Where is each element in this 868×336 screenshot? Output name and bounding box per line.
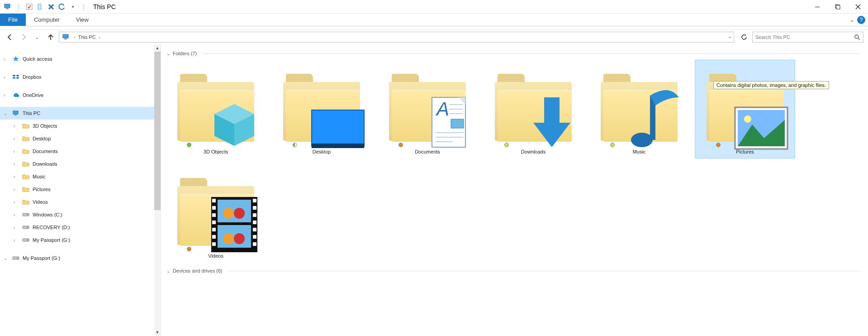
svg-rect-11 [14, 115, 17, 115]
minimize-button[interactable] [807, 0, 827, 14]
tree-label: OneDrive [23, 92, 43, 98]
folder-tile-desktop[interactable]: Desktop [271, 60, 372, 158]
nav-tree: › Quick access › Dropbox › OneDrive ⌄ Th… [0, 44, 161, 264]
recent-locations-dropdown[interactable]: ⌄ [32, 32, 43, 43]
tree-label: 3D Objects [33, 123, 57, 129]
qat-dropdown-icon[interactable]: ▾ [68, 2, 78, 12]
tree-item[interactable]: ›Music [0, 170, 161, 183]
tree-label: Desktop [33, 136, 51, 141]
svg-rect-23 [312, 110, 364, 146]
svg-rect-63 [253, 242, 256, 246]
tree-item[interactable]: ›Windows (C:) [0, 208, 161, 221]
nav-scrollbar[interactable]: ▲ ▼ [154, 44, 161, 336]
tree-item[interactable]: ›3D Objects [0, 120, 161, 132]
drive-icon [22, 236, 30, 244]
tree-item[interactable]: ›Pictures [0, 183, 161, 196]
explorer-body: › Quick access › Dropbox › OneDrive ⌄ Th… [0, 44, 868, 336]
svg-rect-50 [212, 199, 216, 202]
ribbon-bottom-rule [0, 26, 868, 30]
tree-label: Videos [33, 199, 47, 205]
svg-point-9 [855, 35, 859, 38]
refresh-button[interactable] [739, 32, 749, 43]
tree-item-dropbox[interactable]: › Dropbox [0, 71, 161, 83]
folder-icon [22, 147, 30, 155]
tree-item[interactable]: ›RECOVERY (D:) [0, 221, 161, 234]
tree-item-quick-access[interactable]: › Quick access [0, 53, 161, 65]
tree-item[interactable]: ›Documents [0, 145, 161, 158]
chevron-right-icon[interactable]: › [73, 34, 76, 40]
search-icon[interactable] [854, 34, 860, 40]
forward-button[interactable] [18, 32, 29, 43]
sync-status-icon [504, 143, 509, 147]
title-bar: | ▾ | This PC [0, 0, 868, 14]
folder-tile-downloads[interactable]: Downloads [483, 60, 583, 158]
tab-computer[interactable]: Computer [26, 14, 68, 26]
back-button[interactable] [5, 32, 15, 43]
drive-icon [22, 211, 30, 219]
folder-tile-music[interactable]: Music [589, 60, 689, 158]
content-pane: ⌄ Folders (7) 3D ObjectsDesktopADocument… [161, 44, 868, 336]
svg-rect-24 [312, 144, 364, 148]
group-header-folders[interactable]: ⌄ Folders (7) [166, 51, 859, 56]
search-box[interactable] [752, 32, 863, 43]
properties-icon[interactable] [24, 2, 34, 12]
undo-icon[interactable] [57, 2, 67, 12]
svg-point-15 [27, 227, 28, 228]
svg-rect-52 [212, 213, 216, 217]
address-bar[interactable]: › This PC › ⌄ [59, 32, 734, 43]
tab-view[interactable]: View [68, 14, 97, 26]
up-button[interactable] [45, 32, 56, 43]
ribbon-collapse-icon[interactable]: ⌄ [850, 17, 854, 23]
svg-marker-36 [533, 123, 570, 147]
tree-item-this-pc[interactable]: ⌄ This PC [0, 107, 161, 120]
address-history-dropdown[interactable]: ⌄ [728, 34, 732, 39]
maximize-button[interactable] [827, 0, 848, 14]
tree-item[interactable]: ›My Passport (G:) [0, 234, 161, 246]
breadcrumb-this-pc[interactable]: This PC [76, 34, 98, 40]
svg-rect-58 [253, 206, 256, 210]
scroll-up-icon[interactable]: ▲ [154, 44, 161, 52]
svg-point-17 [27, 240, 28, 240]
svg-rect-2 [27, 4, 32, 10]
folder-icon [22, 122, 30, 130]
folder-tile-documents[interactable]: ADocuments [377, 60, 478, 158]
chevron-right-icon-2[interactable]: › [98, 34, 101, 40]
scroll-down-icon[interactable]: ▼ [154, 329, 161, 336]
tree-label: This PC [23, 110, 40, 116]
tree-label: Dropbox [23, 74, 42, 80]
tree-item[interactable]: ›Desktop [0, 132, 161, 145]
sync-status-icon [293, 143, 297, 147]
folder-icon-large [493, 69, 574, 146]
help-button[interactable]: ? [857, 16, 865, 24]
tab-file[interactable]: File [0, 14, 26, 26]
folder-tile-pictures[interactable]: Contains digital photos, images, and gra… [695, 60, 795, 158]
close-button[interactable] [848, 0, 868, 14]
tree-item[interactable]: ›Videos [0, 196, 161, 208]
svg-rect-10 [13, 111, 18, 114]
svg-rect-4 [815, 7, 820, 7]
chevron-down-icon: ⌄ [166, 51, 170, 56]
delete-icon[interactable] [46, 2, 56, 12]
group-header-devices[interactable]: ⌄ Devices and drives (6) [166, 268, 859, 274]
folder-tile-3d-objects[interactable]: 3D Objects [166, 60, 266, 158]
tooltip: Contains digital photos, images, and gra… [713, 81, 829, 89]
new-folder-icon[interactable] [35, 2, 45, 12]
folder-icon-large [175, 173, 256, 250]
svg-rect-56 [212, 242, 216, 246]
star-icon [12, 55, 20, 63]
tree-item[interactable]: ›Downloads [0, 158, 161, 170]
svg-rect-8 [64, 38, 67, 39]
tree-item-onedrive[interactable]: › OneDrive [0, 89, 161, 101]
window-controls [807, 0, 868, 14]
scroll-thumb[interactable] [154, 52, 161, 210]
svg-rect-45 [218, 225, 251, 248]
folder-tile-videos[interactable]: Videos [166, 164, 266, 263]
svg-point-49 [234, 233, 245, 244]
pc-icon [3, 2, 13, 12]
search-input[interactable] [755, 34, 854, 40]
folders-grid: 3D ObjectsDesktopADocumentsDownloadsMusi… [166, 60, 859, 263]
svg-rect-3 [38, 4, 41, 10]
svg-rect-0 [5, 4, 10, 8]
tree-item-my-passport[interactable]: ⌄ My Passport (G:) [0, 252, 161, 264]
sync-status-icon [398, 143, 403, 147]
